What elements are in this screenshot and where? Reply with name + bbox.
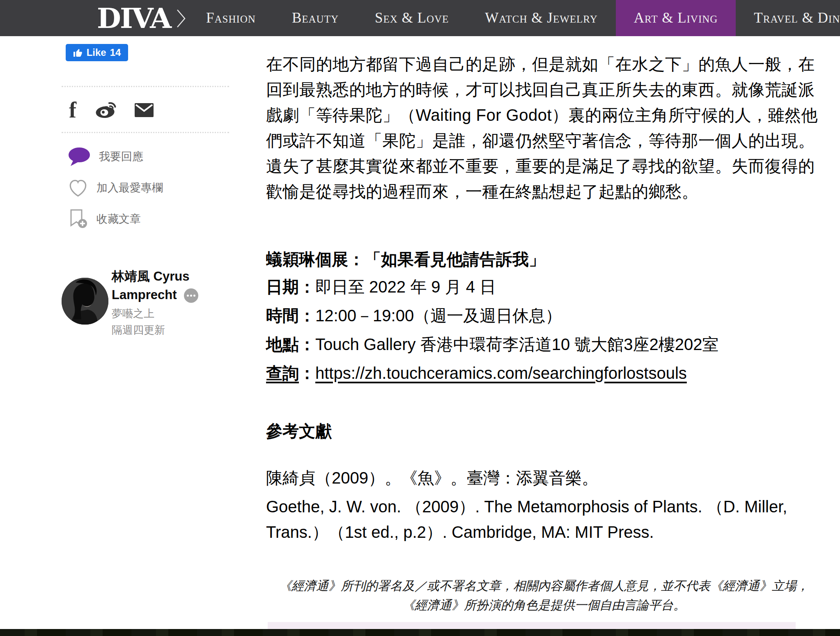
diva-logo[interactable]: DIVA: [97, 2, 170, 34]
comment-action[interactable]: 我要回應: [68, 145, 143, 168]
favorite-column-action[interactable]: 加入最愛專欄: [68, 176, 163, 200]
bookmark-article-label: 收藏文章: [96, 212, 141, 226]
reference-item: Goethe, J. W. von. （2009）. The Metamorph…: [266, 494, 824, 545]
references-heading: 參考文獻: [266, 420, 332, 442]
author-block: 林靖風 Cyrus Lamprecht 夢囈之上 隔週四更新: [62, 267, 234, 345]
nav-item-watch-jewelry[interactable]: Watch & Jewelry: [467, 0, 615, 36]
thumbs-up-icon: [73, 48, 83, 58]
like-count: 14: [110, 47, 121, 58]
author-avatar[interactable]: [62, 278, 108, 325]
detail-label: 查詢: [266, 364, 299, 382]
author-update-schedule: 隔週四更新: [112, 323, 165, 337]
heart-outline-icon: [68, 178, 88, 198]
nav-item-fashion[interactable]: Fashion: [188, 0, 274, 36]
facebook-icon[interactable]: f: [69, 99, 76, 121]
bookmark-add-icon: [68, 209, 88, 229]
detail-row-time: 時間：12:00－19:00（週一及週日休息）: [266, 301, 824, 330]
detail-row-enquiry: 查詢：https://zh.touchceramics.com/searchin…: [266, 359, 824, 387]
bookmark-article-action[interactable]: 收藏文章: [68, 207, 141, 231]
detail-row-date: 日期：即日至 2022 年 9 月 4 日: [266, 272, 824, 301]
comment-bubble-icon: [68, 146, 91, 167]
detail-value: 即日至 2022 年 9 月 4 日: [315, 278, 496, 296]
detail-row-venue: 地點：Touch Gallery 香港中環荷李活道10 號大館3座2樓202室: [266, 330, 824, 359]
dotted-divider: [62, 132, 229, 133]
exhibition-details: 日期：即日至 2022 年 9 月 4 日 時間：12:00－19:00（週一及…: [266, 272, 824, 387]
page: DIVA Fashion Beauty Sex & Love Watch & J…: [0, 0, 840, 636]
article-paragraph: 在不同的地方都留下過自己的足跡，但是就如「在水之下」的魚人一般，在回到最熟悉的地…: [266, 51, 824, 204]
main-nav: Fashion Beauty Sex & Love Watch & Jewelr…: [188, 0, 840, 36]
weibo-icon[interactable]: [94, 100, 117, 120]
next-section-strip: [268, 622, 796, 629]
top-navbar: DIVA Fashion Beauty Sex & Love Watch & J…: [0, 0, 840, 36]
favorite-column-label: 加入最愛專欄: [96, 180, 163, 195]
detail-label: 時間: [266, 306, 299, 325]
enquiry-url-link[interactable]: https://zh.touchceramics.com/searchingfo…: [315, 364, 687, 382]
comment-action-label: 我要回應: [99, 149, 143, 164]
ellipsis-icon[interactable]: [184, 288, 198, 303]
disclaimer-text: 《經濟通》所刊的署名及／或不署名文章，相關內容屬作者個人意見，並不代表《經濟通》…: [269, 576, 819, 615]
nav-item-travel-dining[interactable]: Travel & Dining: [736, 0, 840, 36]
email-icon[interactable]: [135, 103, 154, 117]
detail-label: 日期: [266, 278, 299, 296]
author-column-name: 夢囈之上: [112, 306, 154, 321]
nav-item-art-living[interactable]: Art & Living: [616, 0, 736, 36]
detail-value: 12:00－19:00（週一及週日休息）: [315, 306, 562, 325]
chevron-right-icon: [176, 9, 186, 28]
exhibition-title: 蟻穎琳個展：「如果看見他請告訴我」: [266, 248, 545, 271]
footer-image-strip: [0, 629, 840, 636]
nav-item-beauty[interactable]: Beauty: [274, 0, 357, 36]
detail-label: 地點: [266, 335, 299, 353]
detail-value: Touch Gallery 香港中環荷李活道10 號大館3座2樓202室: [315, 335, 719, 353]
like-label: Like: [87, 47, 106, 58]
dotted-divider: [62, 86, 229, 87]
share-icon-row: f: [69, 99, 154, 122]
reference-item: 陳綺貞（2009）。《魚》。臺灣：添翼音樂。: [266, 465, 824, 491]
nav-item-sex-love[interactable]: Sex & Love: [357, 0, 467, 36]
facebook-like-button[interactable]: Like 14: [66, 44, 128, 61]
